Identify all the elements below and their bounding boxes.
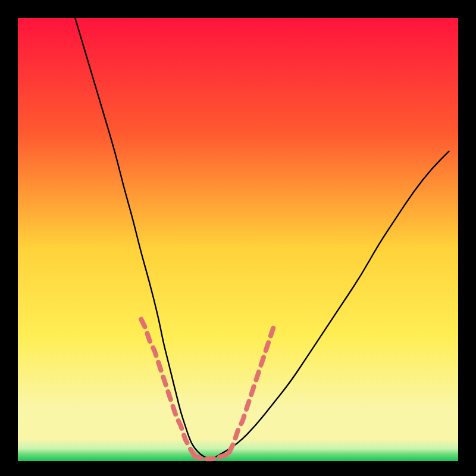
plot-gradient-background: [18, 18, 458, 461]
chart-frame: TheBottleneck.com: [0, 0, 476, 476]
bottleneck-chart: [0, 0, 476, 476]
